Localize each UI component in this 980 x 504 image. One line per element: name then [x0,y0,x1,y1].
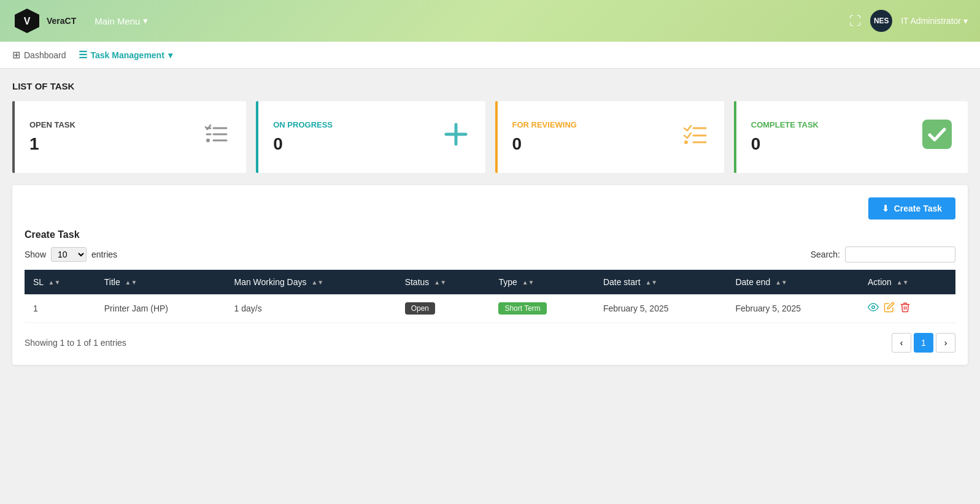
create-task-btn-label: Create Task [894,204,942,213]
user-chevron: ▾ [963,16,968,26]
on-progress-label: ON PROGRESS [273,120,333,129]
svg-point-13 [872,306,875,309]
avatar: NES [870,10,892,32]
sort-icon-action[interactable]: ▲▼ [897,280,909,286]
task-management-label: Task Management [91,50,164,60]
stat-card-open-task: OPEN TASK 1 [12,101,246,173]
fullscreen-icon: ⛶ [849,14,862,28]
stat-info-progress: ON PROGRESS 0 [273,120,333,154]
col-status: Status ▲▼ [396,270,490,294]
cell-title: Printer Jam (HP) [96,294,226,323]
table-body: 1 Printer Jam (HP) 1 day/s Open Short Te… [25,294,955,323]
data-table: SL ▲▼ Title ▲▼ Man Working Days ▲▼ Statu… [25,270,955,323]
for-reviewing-value: 0 [512,134,577,154]
sort-icon-sl[interactable]: ▲▼ [48,280,61,286]
stat-info-open: OPEN TASK 1 [29,120,75,154]
table-controls: Show 10 25 50 100 entries Search: [25,246,955,262]
main-content: LIST OF TASK OPEN TASK 1 [0,69,980,377]
view-icon[interactable] [868,302,879,315]
cell-action [859,294,955,323]
sort-icon-date-start[interactable]: ▲▼ [645,280,657,286]
dashboard-grid-icon: ⊞ [12,49,20,61]
page-1-button[interactable]: 1 [914,333,933,353]
page-prev-button[interactable]: ‹ [892,333,911,353]
header-row: SL ▲▼ Title ▲▼ Man Working Days ▲▼ Statu… [25,270,955,294]
show-entries-control: Show 10 25 50 100 entries [25,247,117,262]
cell-date-end: February 5, 2025 [727,294,859,323]
sort-icon-title[interactable]: ▲▼ [125,280,137,286]
table-title: Create Task [25,229,955,240]
open-task-value: 1 [29,134,75,154]
svg-rect-12 [922,120,952,149]
cell-status: Open [396,294,490,323]
veract-logo-icon: V [12,6,42,36]
svg-text:V: V [24,16,31,26]
type-badge: Short Term [498,302,546,315]
main-menu-label: Main Menu [95,16,140,26]
col-type: Type ▲▼ [490,270,594,294]
top-nav: V VeraCT Main Menu ▾ ⛶ NES IT Administra… [0,0,980,42]
stat-cards: OPEN TASK 1 ON PROGRESS 0 [12,101,968,173]
dashboard-label: Dashboard [24,50,66,60]
logo-text: VeraCT [47,16,76,26]
search-label: Search: [811,250,840,259]
nav-right: ⛶ NES IT Administrator ▾ [849,10,968,32]
table-section: ⬇ Create Task Create Task Show 10 25 50 … [12,185,968,365]
stat-card-for-reviewing: FOR REVIEWING 0 [495,101,724,173]
task-management-list-icon: ☰ [79,49,87,61]
action-icons [868,302,947,315]
table-row: 1 Printer Jam (HP) 1 day/s Open Short Te… [25,294,955,323]
search-input[interactable] [845,246,955,262]
user-menu-button[interactable]: IT Administrator ▾ [901,16,968,26]
breadcrumb-nav: ⊞ Dashboard ☰ Task Management ▾ [0,42,980,69]
cell-man-working-days: 1 day/s [226,294,396,323]
for-reviewing-icon [680,120,709,155]
stat-info-reviewing: FOR REVIEWING 0 [512,120,577,154]
create-task-button[interactable]: ⬇ Create Task [868,197,955,220]
sort-icon-mwd[interactable]: ▲▼ [311,280,323,286]
svg-point-10 [684,140,688,144]
svg-point-4 [206,139,210,142]
section-title: LIST OF TASK [12,81,968,91]
delete-icon[interactable] [900,302,911,315]
fullscreen-button[interactable]: ⛶ [849,14,862,28]
main-menu-chevron: ▾ [143,15,148,26]
on-progress-icon [441,120,471,155]
stat-card-on-progress: ON PROGRESS 0 [256,101,485,173]
complete-task-value: 0 [751,134,819,154]
status-badge: Open [405,302,435,315]
col-date-start: Date start ▲▼ [595,270,727,294]
col-date-end: Date end ▲▼ [727,270,859,294]
create-task-btn-icon: ⬇ [882,204,889,213]
cell-date-start: February 5, 2025 [595,294,727,323]
for-reviewing-label: FOR REVIEWING [512,120,577,129]
entries-label: entries [91,250,117,259]
on-progress-value: 0 [273,134,333,154]
cell-type: Short Term [490,294,594,323]
col-man-working-days: Man Working Days ▲▼ [226,270,396,294]
sort-icon-type[interactable]: ▲▼ [522,280,534,286]
stat-card-complete-task: COMPLETE TASK 0 [734,101,968,173]
search-area: Search: [811,246,955,262]
open-task-label: OPEN TASK [29,120,75,129]
sort-icon-date-end[interactable]: ▲▼ [775,280,787,286]
edit-icon[interactable] [884,302,895,315]
breadcrumb-task-management[interactable]: ☰ Task Management ▾ [79,49,172,61]
user-initials: NES [874,17,889,25]
page-next-button[interactable]: › [936,333,955,353]
breadcrumb-dashboard[interactable]: ⊞ Dashboard [12,49,66,61]
pagination-info: Showing 1 to 1 of 1 entries [25,338,126,348]
task-management-chevron: ▾ [168,50,172,60]
complete-task-icon [921,118,953,156]
main-menu-button[interactable]: Main Menu ▾ [95,15,148,26]
complete-task-label: COMPLETE TASK [751,120,819,129]
col-title: Title ▲▼ [96,270,226,294]
entries-select[interactable]: 10 25 50 100 [51,247,87,262]
logo-area: V VeraCT [12,6,76,36]
col-action: Action ▲▼ [859,270,955,294]
sort-icon-status[interactable]: ▲▼ [434,280,446,286]
table-header: SL ▲▼ Title ▲▼ Man Working Days ▲▼ Statu… [25,270,955,294]
show-label: Show [25,250,46,259]
table-top: ⬇ Create Task [25,197,955,220]
pagination-area: Showing 1 to 1 of 1 entries ‹ 1 › [25,333,955,353]
